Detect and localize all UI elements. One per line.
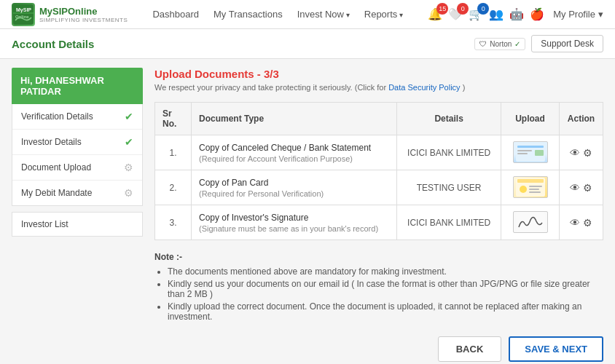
- sidebar-item-document[interactable]: Document Upload ⚙: [12, 155, 142, 181]
- row2-settings-button[interactable]: ⚙: [583, 182, 592, 194]
- profile-menu[interactable]: My Profile ▾: [553, 9, 603, 20]
- sidebar-menu: Verification Details ✔ Investor Details …: [12, 104, 143, 206]
- note-title: Note :-: [154, 252, 603, 262]
- page-title: Account Details: [12, 38, 94, 50]
- col-action: Action: [560, 103, 603, 135]
- svg-rect-12: [529, 186, 542, 187]
- note-item-3: Kindly upload the correct document. Once…: [168, 301, 603, 322]
- table-row: 1. Copy of Canceled Cheque / Bank Statem…: [155, 135, 603, 170]
- sidebar-item-verification[interactable]: Verification Details ✔: [12, 104, 142, 130]
- upload-title: Upload Documents - 3/3: [154, 68, 603, 80]
- note-item-2: Kindly send us your documents on our ema…: [168, 279, 603, 299]
- row3-settings-button[interactable]: ⚙: [583, 217, 592, 229]
- sidebar-header: Hi, DHANESHWAR PATIDAR: [12, 68, 143, 104]
- row1-settings-button[interactable]: ⚙: [583, 147, 592, 159]
- row2-view-button[interactable]: 👁: [570, 182, 580, 194]
- nav-reports[interactable]: Reports: [364, 9, 403, 20]
- svg-rect-5: [517, 146, 544, 148]
- sidebar-label-document: Document Upload: [21, 162, 91, 173]
- button-row: BACK SAVE & NEXT: [154, 336, 603, 362]
- sidebar-item-debit[interactable]: My Debit Mandate ⚙: [12, 181, 142, 205]
- logo-icon: MySIP Online: [12, 3, 35, 26]
- col-details: Details: [397, 103, 501, 135]
- check-icon-verification: ✔: [125, 111, 133, 122]
- users-icon[interactable]: 👥: [489, 7, 504, 21]
- android-icon[interactable]: 🤖: [509, 7, 524, 21]
- svg-rect-10: [517, 179, 544, 183]
- row2-details: TESTING USER: [397, 170, 501, 205]
- svg-rect-15: [516, 213, 545, 232]
- notification-bell[interactable]: 🔔 15: [428, 7, 442, 21]
- row3-view-button[interactable]: 👁: [570, 217, 580, 229]
- logo: MySIP Online MySIPOnline SIMPLIFYING INV…: [12, 3, 128, 26]
- main-nav: Dashboard My Transactions Invest Now Rep…: [152, 9, 403, 20]
- row2-thumbnail: [513, 176, 548, 198]
- verified-icon: ✓: [514, 40, 520, 48]
- wishlist-icon[interactable]: 🤍 0: [448, 7, 463, 21]
- content-area: Upload Documents - 3/3 We respect your p…: [154, 68, 603, 362]
- row1-doc-type: Copy of Canceled Cheque / Bank Statement…: [192, 135, 397, 170]
- svg-rect-7: [517, 153, 528, 154]
- sidebar-item-investor[interactable]: Investor Details ✔: [12, 130, 142, 155]
- sub-header: Account Details 🛡 Norton ✓ Support Desk: [0, 29, 615, 59]
- icon-group: 🔔 15 🤍 0 🛒 0 👥 🤖 🍎: [428, 7, 544, 21]
- norton-badge: 🛡 Norton ✓: [474, 38, 525, 50]
- nav-invest-now[interactable]: Invest Now: [297, 9, 350, 20]
- row1-upload: [501, 135, 560, 170]
- note-item-1: The documents mentioned above are mandat…: [168, 266, 603, 277]
- gear-icon-document: ⚙: [124, 162, 133, 173]
- row3-thumbnail: [513, 211, 548, 233]
- note-section: Note :- The documents mentioned above ar…: [154, 252, 603, 322]
- table-row: 2. Copy of Pan Card (Required for Person…: [155, 170, 603, 205]
- sidebar: Hi, DHANESHWAR PATIDAR Verification Deta…: [12, 68, 143, 362]
- svg-rect-14: [529, 191, 541, 193]
- svg-point-11: [520, 186, 527, 193]
- svg-text:MySIP: MySIP: [16, 7, 31, 13]
- col-sr: Sr No.: [155, 103, 192, 135]
- notification-badge: 15: [436, 3, 448, 15]
- svg-rect-8: [535, 150, 544, 156]
- header: MySIP Online MySIPOnline SIMPLIFYING INV…: [0, 0, 615, 29]
- row1-action: 👁 ⚙: [560, 135, 603, 170]
- row3-doc-type: Copy of Investor's Signature (Signature …: [192, 205, 397, 240]
- nav-dashboard[interactable]: Dashboard: [152, 9, 199, 20]
- norton-icon: 🛡: [479, 40, 487, 48]
- sidebar-label-investor: Investor Details: [21, 137, 82, 147]
- row1-view-button[interactable]: 👁: [570, 147, 580, 159]
- row3-action: 👁 ⚙: [560, 205, 603, 240]
- col-doc-type: Document Type: [192, 103, 397, 135]
- row2-action: 👁 ⚙: [560, 170, 603, 205]
- support-desk-button[interactable]: Support Desk: [531, 35, 603, 52]
- row3-sr: 3.: [155, 205, 192, 240]
- nav-transactions[interactable]: My Transactions: [214, 9, 283, 20]
- apple-icon[interactable]: 🍎: [530, 7, 544, 21]
- back-button[interactable]: BACK: [438, 336, 502, 362]
- row1-details: ICICI BANK LIMITED: [397, 135, 501, 170]
- main-content: Hi, DHANESHWAR PATIDAR Verification Deta…: [0, 59, 615, 364]
- svg-rect-13: [529, 189, 539, 190]
- col-upload: Upload: [501, 103, 560, 135]
- row2-upload: [501, 170, 560, 205]
- sub-header-right: 🛡 Norton ✓ Support Desk: [474, 35, 603, 52]
- row1-thumbnail: [513, 141, 548, 163]
- cart-icon[interactable]: 🛒 0: [469, 7, 483, 21]
- table-row: 3. Copy of Investor's Signature (Signatu…: [155, 205, 603, 240]
- sidebar-item-investor-list[interactable]: Investor List: [12, 213, 142, 236]
- sidebar-label-verification: Verification Details: [21, 111, 93, 122]
- upload-subtitle: We respect your privacy and take protect…: [154, 83, 603, 92]
- logo-text: MySIPOnline SIMPLIFYING INVESTMENTS: [39, 6, 128, 23]
- norton-text: Norton: [490, 40, 512, 48]
- data-security-link[interactable]: Data Security Policy: [388, 83, 460, 92]
- svg-rect-6: [517, 150, 532, 151]
- row2-sr: 2.: [155, 170, 192, 205]
- step-indicator: 3/3: [264, 68, 279, 80]
- save-next-button[interactable]: SAVE & NEXT: [509, 336, 603, 362]
- gear-icon-debit: ⚙: [124, 187, 133, 199]
- investor-list-label: Investor List: [21, 219, 68, 229]
- wishlist-badge: 0: [457, 3, 469, 15]
- header-right: 🔔 15 🤍 0 🛒 0 👥 🤖 🍎 My Profile ▾: [428, 7, 603, 21]
- cart-badge: 0: [477, 3, 489, 15]
- investor-list-section: Investor List: [12, 212, 143, 237]
- row1-sr: 1.: [155, 135, 192, 170]
- row3-upload: [501, 205, 560, 240]
